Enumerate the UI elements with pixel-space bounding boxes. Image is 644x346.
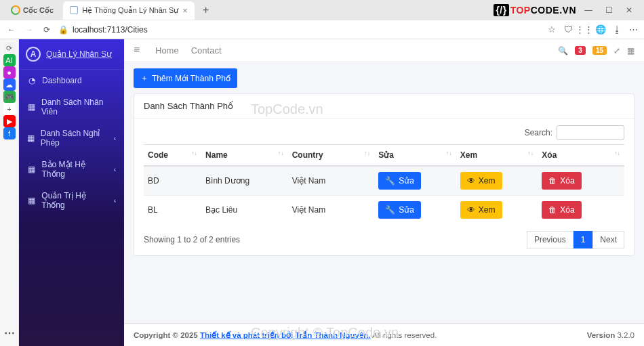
- strip-icon[interactable]: ☁: [3, 79, 16, 91]
- wrench-icon: 🔧: [385, 205, 395, 215]
- strip-icon[interactable]: ⟳: [3, 42, 16, 54]
- sidebar-label: Quản Trị Hệ Thống: [41, 191, 108, 210]
- sidebar-label: Dashboard: [42, 76, 82, 85]
- page-1[interactable]: 1: [573, 231, 593, 248]
- sidebar-icon: ▦: [27, 196, 36, 205]
- new-tab-button[interactable]: +: [197, 1, 214, 19]
- coccoc-logo: Cốc Cốc: [5, 3, 59, 17]
- edit-button[interactable]: 🔧Sửa: [378, 201, 421, 219]
- window-maximize[interactable]: ☐: [601, 5, 617, 15]
- coccoc-icon: [11, 5, 20, 15]
- edit-button[interactable]: 🔧Sửa: [378, 172, 421, 190]
- sidebar-label: Danh Sách Nhân Viên: [41, 98, 116, 116]
- browser-left-strip: ⟳AI●☁🎮+▶f ⋯: [0, 39, 19, 346]
- chevron-icon: ‹: [114, 166, 116, 173]
- strip-icon[interactable]: f: [3, 127, 16, 139]
- app-sidebar: A Quản Lý Nhân Sự ◔Dashboard▦Danh Sách N…: [19, 39, 124, 346]
- app-brand[interactable]: A Quản Lý Nhân Sự: [19, 39, 124, 70]
- eye-icon: 👁: [467, 205, 475, 215]
- col-country[interactable]: Country↑↓: [288, 145, 375, 167]
- plus-icon: ＋: [140, 72, 148, 84]
- content: ＋ Thêm Mới Thành Phố Danh Sách Thành Phố…: [124, 62, 644, 323]
- card-cities: Danh Sách Thành Phố Search: Code↑↓Name↑↓…: [134, 93, 635, 256]
- wrench-icon: 🔧: [385, 176, 395, 186]
- shield-icon[interactable]: 🛡: [563, 24, 573, 35]
- sidebar-item[interactable]: ▦Quản Trị Hệ Thống‹: [19, 185, 124, 216]
- strip-icon[interactable]: +: [3, 103, 16, 115]
- strip-icon[interactable]: AI: [3, 54, 16, 66]
- search-input[interactable]: [557, 125, 624, 140]
- cell-name: Bình Dương: [201, 166, 288, 196]
- notif-badge-red[interactable]: 3: [575, 46, 586, 55]
- strip-icon[interactable]: ●: [3, 66, 16, 79]
- pagination: Previous 1 Next: [527, 231, 624, 248]
- browser-tabbar: Cốc Cốc Hệ Thống Quản Lý Nhân Sự × + {/}…: [0, 0, 644, 20]
- view-button[interactable]: 👁Xem: [460, 201, 502, 219]
- globe-icon[interactable]: 🌐: [595, 24, 606, 35]
- window-close[interactable]: ✕: [621, 5, 637, 15]
- search-icon[interactable]: 🔍: [558, 46, 568, 56]
- topnav: Home Contact 🔍 3 15 ⤢ ▦: [124, 39, 644, 62]
- url-bar[interactable]: 🔒 localhost:7113/Cities: [58, 25, 541, 35]
- col-xóa[interactable]: Xóa↑↓: [538, 145, 624, 167]
- sidebar-item[interactable]: ▦Danh Sách Nghỉ Phép‹: [19, 123, 124, 154]
- menu-toggle-icon[interactable]: [134, 45, 143, 56]
- topcode-bracket: {/}: [494, 4, 508, 16]
- col-name[interactable]: Name↑↓: [201, 145, 288, 167]
- col-xem[interactable]: Xem↑↓: [456, 145, 538, 167]
- page-next[interactable]: Next: [592, 231, 624, 248]
- table-row: BLBạc LiêuViệt Nam🔧Sửa👁Xem🗑Xóa: [144, 196, 624, 225]
- cell-name: Bạc Liêu: [201, 196, 288, 225]
- strip-icon[interactable]: ▶: [3, 115, 16, 127]
- strip-icon[interactable]: 🎮: [3, 91, 16, 103]
- delete-button[interactable]: 🗑Xóa: [542, 201, 581, 219]
- sidebar-icon: ◔: [27, 76, 37, 85]
- trash-icon: 🗑: [548, 176, 557, 186]
- download-icon[interactable]: ⭳: [611, 24, 622, 35]
- sidebar-item[interactable]: ▦Bảo Mật Hệ Thống‹: [19, 154, 124, 185]
- browser-tab[interactable]: Hệ Thống Quản Lý Nhân Sự ×: [63, 1, 195, 20]
- tab-close-icon[interactable]: ×: [182, 5, 188, 16]
- brand-icon: A: [26, 47, 41, 62]
- notif-badge-yellow[interactable]: 15: [592, 46, 607, 55]
- nav-home[interactable]: Home: [155, 45, 179, 56]
- nav-contact[interactable]: Contact: [191, 45, 222, 56]
- cell-code: BD: [144, 166, 201, 196]
- sidebar-icon: ▦: [27, 102, 36, 112]
- col-code[interactable]: Code↑↓: [144, 145, 201, 167]
- reload-button[interactable]: ⟳: [41, 24, 53, 36]
- forward-button[interactable]: →: [23, 24, 35, 36]
- fullscreen-icon[interactable]: ⤢: [613, 46, 620, 56]
- app-root: A Quản Lý Nhân Sự ◔Dashboard▦Danh Sách N…: [19, 39, 644, 346]
- chevron-icon: ‹: [114, 197, 116, 204]
- eye-icon: 👁: [467, 176, 475, 186]
- table-row: BDBình DươngViệt Nam🔧Sửa👁Xem🗑Xóa: [144, 166, 624, 196]
- col-sửa[interactable]: Sửa↑↓: [374, 145, 456, 167]
- delete-button[interactable]: 🗑Xóa: [542, 172, 581, 190]
- more-icon[interactable]: ⋯: [4, 326, 15, 339]
- footer: Copyright © 2025 Thiết kế và phát triển …: [124, 323, 644, 346]
- brand-text: Quản Lý Nhân Sự: [46, 49, 112, 59]
- add-city-button[interactable]: ＋ Thêm Mới Thành Phố: [134, 68, 237, 88]
- sidebar-icon: ▦: [27, 165, 37, 174]
- view-button[interactable]: 👁Xem: [460, 172, 502, 190]
- browser-addressbar: ← → ⟳ 🔒 localhost:7113/Cities ☆ 🛡 ⋮⋮ 🌐 ⭳…: [0, 20, 644, 39]
- sidebar-item[interactable]: ▦Danh Sách Nhân Viên: [19, 91, 124, 123]
- page-prev[interactable]: Previous: [527, 231, 573, 248]
- cell-country: Việt Nam: [288, 196, 375, 225]
- cities-table: Code↑↓Name↑↓Country↑↓Sửa↑↓Xem↑↓Xóa↑↓ BDB…: [144, 144, 624, 224]
- sidebar-icon: ▦: [27, 133, 35, 143]
- lock-icon: 🔒: [58, 25, 68, 35]
- footer-link[interactable]: Thiết kế và phát triển bởi Trần Thành Ng…: [200, 331, 371, 339]
- star-icon[interactable]: ☆: [546, 24, 557, 35]
- menu-icon[interactable]: ⋯: [628, 24, 639, 35]
- sidebar-item[interactable]: ◔Dashboard: [19, 70, 124, 91]
- cell-code: BL: [144, 196, 201, 225]
- apps-icon[interactable]: ▦: [627, 46, 635, 56]
- window-minimize[interactable]: —: [580, 5, 597, 15]
- sidebar-label: Danh Sách Nghỉ Phép: [41, 129, 108, 148]
- coccoc-text: Cốc Cốc: [23, 6, 54, 15]
- puzzle-icon[interactable]: ⋮⋮: [579, 24, 590, 35]
- table-info: Showing 1 to 2 of 2 entries: [144, 235, 240, 244]
- back-button[interactable]: ←: [5, 24, 18, 36]
